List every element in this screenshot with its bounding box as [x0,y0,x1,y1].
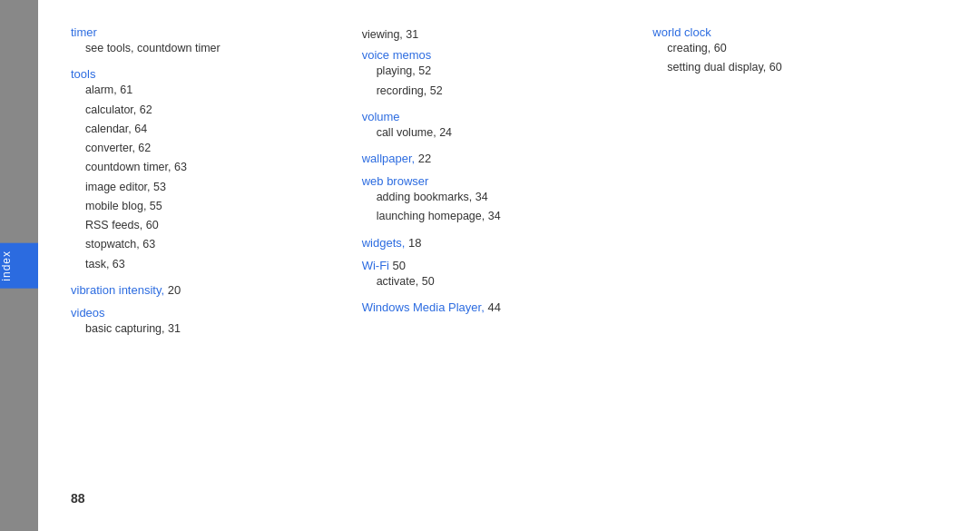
heading-widgets: widgets, [362,236,406,250]
subitem-timer-1: see tools, countdown timer [71,39,344,58]
column-1: timer see tools, countdown timer tools a… [71,25,362,473]
sidebar: index [0,0,38,531]
number-vibration: 20 [164,283,181,297]
main-content: timer see tools, countdown timer tools a… [38,0,980,531]
heading-windows-media: Windows Media Player, [362,300,485,314]
entry-voice-memos: voice memos playing, 52 recording, 52 [362,48,635,101]
subitem-tools-task: task, 63 [71,255,344,274]
subitem-worldclock-creating: creating, 60 [652,39,926,58]
subitem-tools-countdown: countdown timer, 63 [71,158,344,177]
subitem-tools-alarm: alarm, 61 [71,81,344,100]
entry-widgets: widgets, 18 [362,236,635,250]
page-number: 88 [71,473,944,506]
entry-videos: videos basic capturing, 31 [71,306,344,339]
heading-vibration: vibration intensity, [71,283,164,297]
index-columns: timer see tools, countdown timer tools a… [71,25,944,473]
heading-wifi: Wi-Fi [362,259,389,272]
number-widgets: 18 [405,236,421,250]
heading-videos: videos [71,306,344,320]
subitem-tools-calendar: calendar, 64 [71,120,344,139]
entry-wallpaper: wallpaper, 22 [362,152,635,165]
heading-volume: volume [362,110,635,123]
subitem-worldclock-dual: setting dual display, 60 [652,58,926,77]
entry-world-clock: world clock creating, 60 setting dual di… [652,25,926,78]
subitem-volume-call: call volume, 24 [362,123,635,143]
column-3: world clock creating, 60 setting dual di… [652,25,944,473]
sidebar-label: index [0,243,38,289]
entry-viewing: viewing, 31 [362,25,635,44]
subitem-tools-image: image editor, 53 [71,178,344,197]
number-wifi: 50 [389,259,406,272]
subitem-tools-stopwatch: stopwatch, 63 [71,235,344,254]
heading-world-clock: world clock [652,25,926,39]
subitem-wifi-activate: activate, 50 [362,272,635,291]
subitem-tools-converter: converter, 62 [71,139,344,158]
heading-web-browser: web browser [362,174,635,188]
number-wallpaper: 22 [415,152,431,165]
heading-tools: tools [71,67,344,81]
entry-vibration: vibration intensity, 20 [71,283,344,297]
heading-timer: timer [71,25,344,39]
subitem-tools-rss: RSS feeds, 60 [71,216,344,235]
number-windows-media: 44 [485,300,501,314]
heading-voice-memos: voice memos [362,48,635,62]
entry-timer: timer see tools, countdown timer [71,25,344,58]
entry-windows-media: Windows Media Player, 44 [362,300,635,314]
subitem-web-bookmarks: adding bookmarks, 34 [362,188,635,207]
subitem-voice-playing: playing, 52 [362,62,635,81]
entry-wifi: Wi-Fi 50 activate, 50 [362,259,635,291]
entry-web-browser: web browser adding bookmarks, 34 launchi… [362,174,635,227]
column-2: viewing, 31 voice memos playing, 52 reco… [362,25,653,473]
subitem-tools-calculator: calculator, 62 [71,101,344,120]
entry-tools: tools alarm, 61 calculator, 62 calendar,… [71,67,344,274]
heading-wallpaper: wallpaper, [362,152,416,165]
entry-volume: volume call volume, 24 [362,110,635,143]
subitem-viewing: viewing, 31 [362,25,635,44]
subitem-tools-mobile: mobile blog, 55 [71,197,344,216]
subitem-videos-basic: basic capturing, 31 [71,320,344,339]
subitem-web-homepage: launching homepage, 34 [362,207,635,226]
subitem-voice-recording: recording, 52 [362,82,635,101]
